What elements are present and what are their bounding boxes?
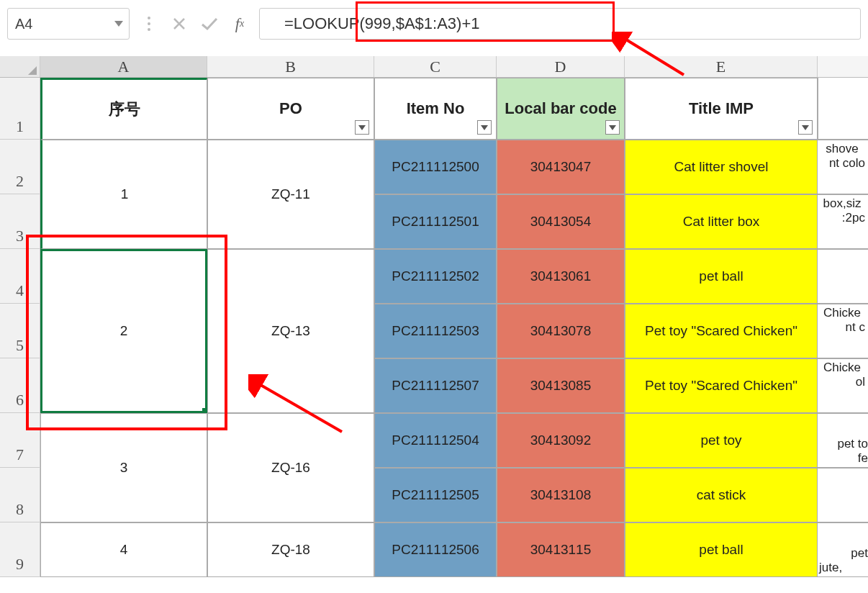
filter-icon[interactable] [605,120,620,135]
column-headers: A B C D E [0,56,868,78]
dropdown-icon[interactable] [114,21,123,27]
header-B-label: PO [279,99,302,118]
e8: cat stick [697,487,746,503]
cell-B2-B3[interactable]: ZQ-11 [207,140,374,249]
cell-A2-A3[interactable]: 1 [40,140,207,249]
col-header-A[interactable]: A [40,56,207,77]
cell-D8[interactable]: 30413108 [497,468,625,522]
cell-B9[interactable]: ZQ-18 [207,522,374,577]
e6: Pet toy "Scared Chicken" [645,378,797,394]
cell-C5[interactable]: PC211112503 [374,304,497,358]
header-E-label: Title IMP [689,99,754,118]
f7b: fe [858,451,868,466]
name-box-value: A4 [15,16,32,32]
cell-F3[interactable]: box,siz :2pc [818,194,868,249]
cell-D6[interactable]: 30413085 [497,358,625,413]
c7: PC211112504 [392,433,479,448]
cell-F2[interactable]: shove nt colo [818,140,868,194]
cell-F8[interactable] [818,468,868,522]
e4: pet ball [699,268,743,284]
val-A9: 4 [120,542,128,558]
cell-D7[interactable]: 30413092 [497,413,625,468]
row-header-2[interactable]: 2 [0,140,40,194]
cell-F1[interactable] [818,78,868,140]
d8: 30413108 [530,487,592,503]
f6a: Chicke [823,361,861,375]
cell-B4-B6[interactable]: ZQ-13 [207,249,374,413]
e7: pet toy [700,433,741,448]
cell-C9[interactable]: PC211112506 [374,522,497,577]
fx-icon[interactable]: fx [229,13,250,35]
row-header-9[interactable]: 9 [0,522,40,577]
f2b: nt colo [829,156,865,171]
header-D-label: Local bar code [505,99,616,118]
col-header-B[interactable]: B [207,56,374,77]
c9: PC211112506 [392,542,479,558]
cell-D5[interactable]: 30413078 [497,304,625,358]
cell-A7-A8[interactable]: 3 [40,413,207,522]
c2: PC211112500 [392,159,479,175]
col-header-E[interactable]: E [625,56,818,77]
formula-text: =LOOKUP(999,$A$1:A3)+1 [284,14,480,33]
cell-E9[interactable]: pet ball [625,522,818,577]
row-header-5[interactable]: 5 [0,304,40,358]
cell-B1[interactable]: PO [207,78,374,140]
cell-D4[interactable]: 30413061 [497,249,625,304]
cell-C1[interactable]: Item No [374,78,497,140]
cell-C4[interactable]: PC211112502 [374,249,497,304]
filter-icon[interactable] [355,120,369,135]
cell-E5[interactable]: Pet toy "Scared Chicken" [625,304,818,358]
row-header-1[interactable]: 1 [0,78,40,140]
row-header-6[interactable]: 6 [0,358,40,413]
cell-E8[interactable]: cat stick [625,468,818,522]
cell-F9[interactable]: pet jute, [818,522,868,577]
cell-A4-A6[interactable]: 2 [40,249,207,413]
row-header-7[interactable]: 7 [0,413,40,468]
row-header-4[interactable]: 4 [0,249,40,304]
accept-icon[interactable] [199,13,220,35]
cell-E4[interactable]: pet ball [625,249,818,304]
row-header-8[interactable]: 8 [0,468,40,522]
c3: PC211112501 [392,214,479,230]
cell-E1[interactable]: Title IMP [625,78,818,140]
filter-icon[interactable] [477,120,492,135]
spreadsheet-grid: A B C D E 1 2 3 4 5 6 7 8 9 序号 PO Item N… [0,56,868,593]
cancel-icon[interactable] [168,13,190,35]
cell-C6[interactable]: PC211112507 [374,358,497,413]
cell-E3[interactable]: Cat litter box [625,194,818,249]
formula-bar[interactable]: =LOOKUP(999,$A$1:A3)+1 [259,8,861,40]
val-A46: 2 [120,323,128,339]
name-box[interactable]: A4 [7,8,130,40]
cell-F6[interactable]: Chicke ol [818,358,868,413]
cell-A9[interactable]: 4 [40,522,207,577]
cell-F4[interactable] [818,249,868,304]
cell-D9[interactable]: 30413115 [497,522,625,577]
cell-F5[interactable]: Chicke nt c [818,304,868,358]
cell-D3[interactable]: 30413054 [497,194,625,249]
cell-B7-B8[interactable]: ZQ-16 [207,413,374,522]
cell-C2[interactable]: PC211112500 [374,140,497,194]
cell-F7[interactable]: pet to fe [818,413,868,468]
d7: 30413092 [530,433,592,448]
cell-E7[interactable]: pet toy [625,413,818,468]
cell-E2[interactable]: Cat litter shovel [625,140,818,194]
cell-A1[interactable]: 序号 [40,78,207,140]
d4: 30413061 [530,268,592,284]
cell-C3[interactable]: PC211112501 [374,194,497,249]
select-all-corner[interactable] [0,56,40,77]
cell-D2[interactable]: 30413047 [497,140,625,194]
col-header-D[interactable]: D [497,56,625,77]
cell-C8[interactable]: PC211112505 [374,468,497,522]
cell-D1[interactable]: Local bar code [497,78,625,140]
e5: Pet toy "Scared Chicken" [645,323,797,339]
filter-icon[interactable] [798,120,813,135]
col-header-C[interactable]: C [374,56,497,77]
d5: 30413078 [530,323,592,339]
c4: PC211112502 [392,268,479,284]
more-icon[interactable] [138,13,160,35]
cell-E6[interactable]: Pet toy "Scared Chicken" [625,358,818,413]
cell-C7[interactable]: PC211112504 [374,413,497,468]
row-header-3[interactable]: 3 [0,194,40,249]
f3a: box,siz [823,196,862,211]
row-headers: 1 2 3 4 5 6 7 8 9 [0,78,40,577]
